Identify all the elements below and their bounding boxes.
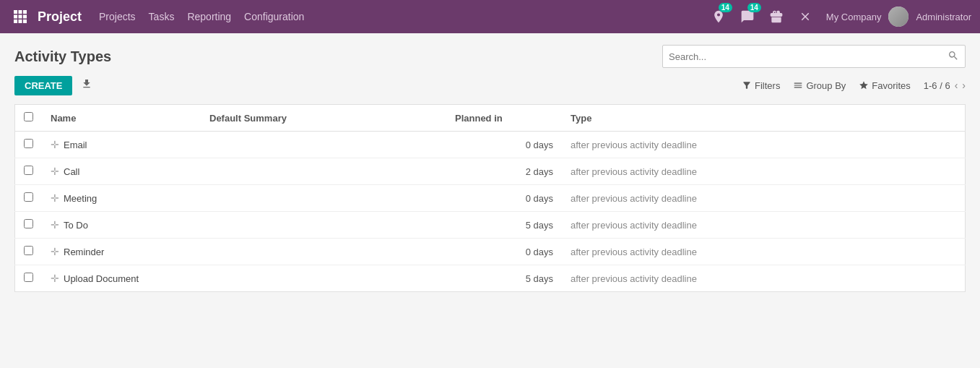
drag-handle-icon[interactable]: ✛ <box>51 273 59 284</box>
row-summary <box>201 239 446 265</box>
row-name[interactable]: Call <box>64 166 79 177</box>
row-planned: 5 days <box>446 265 562 292</box>
gift-icon-btn[interactable] <box>766 6 787 27</box>
search-input[interactable] <box>669 51 948 62</box>
row-planned: 5 days <box>446 212 562 239</box>
row-checkbox-4[interactable] <box>24 246 33 255</box>
drag-handle-icon[interactable]: ✛ <box>51 166 59 177</box>
planned-label: after previous activity deadline <box>571 220 697 231</box>
pagination-label: 1-6 / 6 <box>924 80 950 91</box>
pagination: 1-6 / 6 ‹ › <box>924 80 966 91</box>
groupby-button[interactable]: Group By <box>793 80 846 91</box>
activity-icon-btn[interactable]: 14 <box>708 6 729 27</box>
table-row: ✛ Meeting 0 days after previous activity… <box>15 185 966 212</box>
filters-button[interactable]: Filters <box>742 80 780 91</box>
svg-rect-3 <box>14 15 17 19</box>
svg-rect-4 <box>19 15 22 19</box>
planned-days: 5 days <box>526 220 553 231</box>
prev-page-button[interactable]: ‹ <box>955 80 958 91</box>
search-icon[interactable] <box>948 50 959 64</box>
svg-rect-6 <box>14 20 17 23</box>
favorites-button[interactable]: Favorites <box>859 80 910 91</box>
nav-configuration[interactable]: Configuration <box>244 8 304 25</box>
row-summary <box>201 132 446 158</box>
planned-label: after previous activity deadline <box>571 247 697 257</box>
download-button[interactable] <box>78 75 95 95</box>
main-content: Activity Types CREATE Filters Group By <box>0 33 980 304</box>
nav-projects[interactable]: Projects <box>99 8 136 25</box>
col-header-name: Name <box>42 105 201 132</box>
user-name[interactable]: Administrator <box>916 12 971 22</box>
row-planned: 0 days <box>446 132 562 158</box>
grid-menu-icon[interactable] <box>9 5 32 28</box>
row-type: after previous activity deadline <box>562 158 966 185</box>
company-name[interactable]: My Company <box>826 12 882 22</box>
row-planned: 2 days <box>446 158 562 185</box>
message-badge: 14 <box>747 3 761 12</box>
planned-label: after previous activity deadline <box>571 273 697 284</box>
select-all-checkbox[interactable] <box>24 112 33 121</box>
search-bar <box>662 45 966 68</box>
planned-label: after previous activity deadline <box>571 140 697 150</box>
col-header-summary: Default Summary <box>201 105 446 132</box>
next-page-button[interactable]: › <box>962 80 966 91</box>
planned-days: 2 days <box>526 166 553 177</box>
planned-label: after previous activity deadline <box>571 166 697 177</box>
table-row: ✛ To Do 5 days after previous activity d… <box>15 212 966 239</box>
table-header-row: Name Default Summary Planned in Type <box>15 105 966 132</box>
col-header-planned: Planned in <box>446 105 562 132</box>
drag-handle-icon[interactable]: ✛ <box>51 192 59 204</box>
row-name[interactable]: Meeting <box>64 193 97 204</box>
row-planned: 0 days <box>446 239 562 265</box>
row-summary <box>201 158 446 185</box>
planned-days: 0 days <box>526 247 553 257</box>
drag-handle-icon[interactable]: ✛ <box>51 139 59 150</box>
svg-rect-7 <box>19 20 22 23</box>
toolbar: CREATE Filters Group By Favorites 1-6 / … <box>14 75 966 95</box>
nav-reporting[interactable]: Reporting <box>187 8 231 25</box>
row-type: after previous activity deadline <box>562 239 966 265</box>
row-name[interactable]: To Do <box>64 220 88 231</box>
row-checkbox-0[interactable] <box>24 139 33 148</box>
row-name[interactable]: Email <box>64 140 87 150</box>
toolbar-right: Filters Group By Favorites 1-6 / 6 ‹ › <box>742 80 966 91</box>
row-name[interactable]: Reminder <box>64 247 104 257</box>
row-checkbox-5[interactable] <box>24 273 33 282</box>
close-icon-btn[interactable] <box>794 6 816 27</box>
svg-rect-2 <box>23 10 27 14</box>
svg-rect-5 <box>23 15 27 19</box>
nav-tasks[interactable]: Tasks <box>149 8 175 25</box>
planned-label: after previous activity deadline <box>571 193 697 204</box>
message-icon-btn[interactable]: 14 <box>737 6 758 27</box>
svg-rect-1 <box>19 10 22 14</box>
drag-handle-icon[interactable]: ✛ <box>51 219 59 231</box>
row-checkbox-3[interactable] <box>24 219 33 228</box>
row-planned: 0 days <box>446 185 562 212</box>
svg-rect-0 <box>14 10 17 14</box>
nav-links: Projects Tasks Reporting Configuration <box>99 8 708 25</box>
planned-days: 5 days <box>526 273 553 284</box>
user-avatar[interactable] <box>888 7 909 27</box>
row-name[interactable]: Upload Document <box>64 273 139 284</box>
row-checkbox-2[interactable] <box>24 192 33 202</box>
row-type: after previous activity deadline <box>562 132 966 158</box>
app-title: Project <box>38 9 82 25</box>
activity-badge: 14 <box>719 3 732 12</box>
row-type: after previous activity deadline <box>562 212 966 239</box>
row-type: after previous activity deadline <box>562 265 966 292</box>
row-type: after previous activity deadline <box>562 185 966 212</box>
activity-types-table: Name Default Summary Planned in Type <box>14 104 966 292</box>
planned-days: 0 days <box>526 140 553 150</box>
page-title: Activity Types <box>14 48 111 65</box>
topnav: Project Projects Tasks Reporting Configu… <box>0 0 980 33</box>
planned-days: 0 days <box>526 193 553 204</box>
create-button[interactable]: CREATE <box>14 76 72 95</box>
page-header: Activity Types <box>14 45 966 68</box>
table-row: ✛ Upload Document 5 days after previous … <box>15 265 966 292</box>
table-row: ✛ Email 0 days after previous activity d… <box>15 132 966 158</box>
row-summary <box>201 212 446 239</box>
drag-handle-icon[interactable]: ✛ <box>51 246 59 257</box>
table-row: ✛ Call 2 days after previous activity de… <box>15 158 966 185</box>
row-checkbox-1[interactable] <box>24 166 33 175</box>
table-row: ✛ Reminder 0 days after previous activit… <box>15 239 966 265</box>
